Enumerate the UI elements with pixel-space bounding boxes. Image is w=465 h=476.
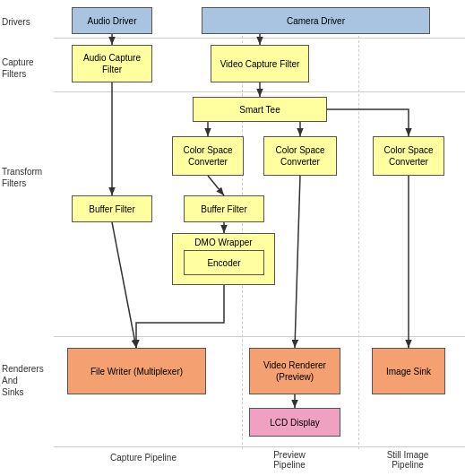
- divider-renderers: [54, 446, 465, 447]
- csc1-box: Color Space Converter: [172, 136, 244, 176]
- dmo-wrapper-label: DMO Wrapper: [173, 237, 274, 248]
- label-capture-filters: CaptureFilters: [2, 56, 51, 80]
- dmo-wrapper-box: DMO Wrapper Encoder: [172, 233, 275, 285]
- v-divider-2: [358, 27, 359, 449]
- image-sink-box: Image Sink: [372, 348, 445, 394]
- divider-transform: [54, 336, 465, 337]
- video-capture-box: Video Capture Filter: [211, 45, 309, 82]
- still-image-pipeline-label: Still ImagePipeline: [358, 450, 457, 470]
- camera-driver-box: Camera Driver: [202, 7, 430, 34]
- label-renderers: RenderersAndSinks: [2, 363, 51, 398]
- audio-driver-box: Audio Driver: [72, 7, 152, 34]
- lcd-display-box: LCD Display: [249, 408, 340, 437]
- capture-pipeline-label: Capture Pipeline: [67, 453, 220, 463]
- buffer2-box: Buffer Filter: [184, 195, 264, 222]
- buffer1-box: Buffer Filter: [72, 195, 152, 222]
- encoder-box: Encoder: [184, 250, 264, 275]
- label-drivers: Drivers: [2, 16, 51, 28]
- csc2-box: Color Space Converter: [263, 136, 337, 176]
- divider-capture: [54, 91, 465, 92]
- smart-tee-box: Smart Tee: [193, 97, 327, 122]
- svg-line-6: [208, 176, 224, 195]
- diagram-container: Drivers CaptureFilters TransformFilters …: [0, 0, 465, 476]
- video-renderer-box: Video Renderer (Preview): [249, 348, 340, 394]
- label-transform-filters: TransformFilters: [2, 166, 51, 189]
- preview-pipeline-label: PreviewPipeline: [240, 450, 339, 470]
- file-writer-box: File Writer (Multiplexer): [67, 348, 206, 394]
- svg-line-10: [295, 176, 300, 348]
- csc3-box: Color Space Converter: [373, 136, 444, 176]
- svg-line-9: [112, 222, 136, 348]
- divider-drivers: [54, 38, 465, 39]
- audio-capture-box: Audio Capture Filter: [72, 45, 152, 82]
